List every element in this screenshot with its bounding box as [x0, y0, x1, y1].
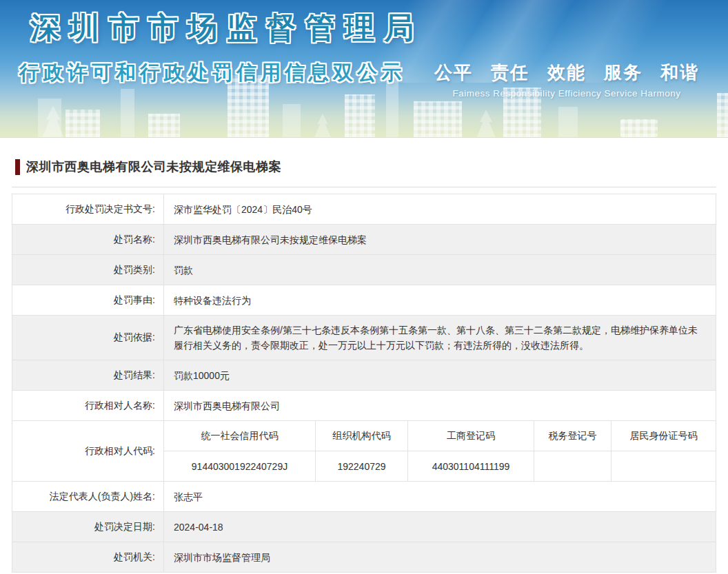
code-header-business-reg: 工商登记码 — [407, 421, 534, 451]
code-header-tax-reg: 税务登记号 — [534, 421, 611, 451]
row-value: 深圳市市场监督管理局 — [164, 542, 716, 572]
tree-shape — [314, 114, 332, 137]
party-codes-grid: 统一社会信用代码 组织机构代码 工商登记码 税务登记号 居民身份证号码 9144… — [164, 421, 716, 481]
table-row-legal-representative: 法定代表人(负责人)姓名: 张志平 — [12, 481, 716, 511]
row-label: 行政相对人代码: — [12, 421, 164, 481]
motto-chinese: 公平 责任 效能 服务 和谐 — [434, 61, 699, 85]
truck-shape — [620, 119, 658, 137]
building-shape — [148, 114, 180, 137]
row-value: 特种设备违法行为 — [164, 285, 716, 315]
table-row-penalty-basis: 处罚依据: 广东省电梯使用安全条例/第三十七条违反本条例第十五条第一款、第十八条… — [12, 315, 716, 360]
code-value-business-reg: 440301104111199 — [407, 451, 534, 481]
code-header-org-code: 组织机构代码 — [315, 421, 407, 451]
code-value-org-code: 192240729 — [315, 451, 407, 481]
table-row-penalty-name: 处罚名称: 深圳市西奥电梯有限公司未按规定维保电梯案 — [12, 224, 716, 254]
building-shape — [65, 110, 100, 137]
motto-word: 服务 — [604, 61, 643, 85]
code-value-tax-reg — [534, 451, 611, 481]
row-value: 深圳市西奥电梯有限公司 — [164, 391, 716, 420]
heading-marker — [15, 159, 20, 175]
row-value: 张志平 — [164, 482, 716, 511]
code-header-id-number: 居民身份证号码 — [611, 421, 716, 451]
code-value-id-number — [611, 451, 716, 481]
building-shape — [414, 101, 462, 137]
site-subtitle: 行政许可和行政处罚信用信息双公示 — [19, 59, 405, 87]
table-row-decision-number: 行政处罚决定书文号: 深市监华处罚〔2024〕民治40号 — [12, 194, 716, 224]
page-title: 深圳市西奥电梯有限公司未按规定维保电梯案 — [26, 158, 281, 175]
row-label: 处罚事由: — [12, 285, 164, 315]
building-shape — [558, 107, 578, 137]
row-value: 深市监华处罚〔2024〕民治40号 — [164, 194, 716, 224]
row-value: 罚款10000元 — [164, 360, 716, 390]
motto-english: Faimess Responsibility Efficiency Servic… — [434, 88, 699, 99]
row-label: 处罚类别: — [12, 255, 164, 285]
row-label: 行政相对人名称: — [12, 391, 164, 420]
motto-word: 效能 — [547, 61, 586, 85]
row-value: 2024-04-18 — [164, 512, 716, 542]
building-shape — [121, 89, 134, 137]
tree-shape — [476, 110, 496, 137]
table-row-penalty-authority: 处罚机关: 深圳市市场监督管理局 — [12, 542, 716, 572]
table-row-decision-date: 处罚决定日期: 2024-04-18 — [12, 511, 716, 542]
page: 深圳市市场监督管理局 行政许可和行政处罚信用信息双公示 公平 责任 效能 服务 … — [0, 0, 728, 574]
code-value-credit-code: 91440300192240729J — [164, 451, 315, 481]
row-label: 法定代表人(负责人)姓名: — [12, 482, 164, 511]
table-row-penalty-result: 处罚结果: 罚款10000元 — [12, 360, 716, 390]
row-label: 处罚结果: — [12, 360, 164, 390]
row-label: 处罚名称: — [12, 225, 164, 254]
row-label: 处罚依据: — [12, 316, 164, 360]
code-header-credit-code: 统一社会信用代码 — [164, 421, 315, 451]
heading-divider — [12, 187, 716, 187]
table-row-party-codes: 行政相对人代码: 统一社会信用代码 组织机构代码 工商登记码 税务登记号 居民身… — [12, 420, 716, 481]
row-label: 处罚机关: — [12, 542, 164, 572]
motto-word: 公平 — [434, 61, 473, 85]
penalty-info-table: 行政处罚决定书文号: 深市监华处罚〔2024〕民治40号 处罚名称: 深圳市西奥… — [12, 194, 716, 573]
site-title: 深圳市市场监督管理局 — [30, 8, 423, 48]
row-value: 深圳市西奥电梯有限公司未按规定维保电梯案 — [164, 225, 716, 254]
table-row-party-name: 行政相对人名称: 深圳市西奥电梯有限公司 — [12, 390, 716, 420]
row-value: 罚款 — [164, 255, 716, 285]
motto-word: 和谐 — [660, 61, 699, 85]
building-shape — [345, 94, 375, 137]
row-label: 处罚决定日期: — [12, 512, 164, 542]
heading-block: 深圳市西奥电梯有限公司未按规定维保电梯案 — [12, 138, 716, 187]
building-shape — [283, 104, 301, 137]
motto-block: 公平 责任 效能 服务 和谐 Faimess Responsibility Ef… — [434, 61, 699, 99]
motto-word: 责任 — [491, 61, 529, 85]
site-banner: 深圳市市场监督管理局 行政许可和行政处罚信用信息双公示 公平 责任 效能 服务 … — [0, 0, 728, 138]
row-value: 广东省电梯使用安全条例/第三十七条违反本条例第十五条第一款、第十八条、第三十二条… — [164, 316, 716, 360]
table-row-penalty-reason: 处罚事由: 特种设备违法行为 — [12, 285, 716, 315]
table-row-penalty-category: 处罚类别: 罚款 — [12, 254, 716, 285]
building-shape — [717, 93, 728, 137]
row-label: 行政处罚决定书文号: — [12, 194, 164, 224]
content-area: 深圳市西奥电梯有限公司未按规定维保电梯案 行政处罚决定书文号: 深市监华处罚〔2… — [12, 138, 716, 573]
